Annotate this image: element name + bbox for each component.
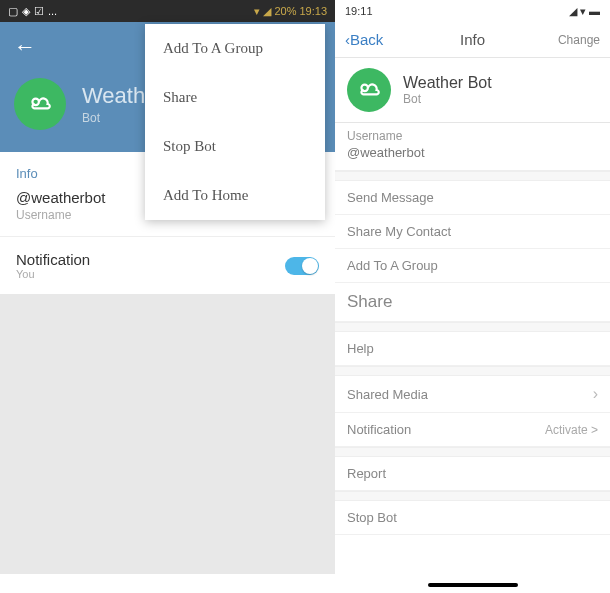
wifi-icon: ▾ xyxy=(254,5,260,18)
more-icon: ... xyxy=(48,5,57,17)
weather-icon xyxy=(356,77,382,103)
checkbox-icon: ☑ xyxy=(34,5,44,18)
notification-row[interactable]: Notification You xyxy=(0,237,335,294)
share-contact-row[interactable]: Share My Contact xyxy=(335,215,610,249)
status-bar: 19:11 ◢ ▾ ▬ xyxy=(335,0,610,22)
back-button[interactable]: ‹ Back xyxy=(345,31,383,48)
image-icon: ▢ xyxy=(8,5,18,18)
telegram-icon: ◈ xyxy=(22,5,30,18)
nav-title: Info xyxy=(460,31,485,48)
username-label: Username xyxy=(347,129,598,143)
notification-value: Activate > xyxy=(545,423,598,437)
ios-screen: 19:11 ◢ ▾ ▬ ‹ Back Info Change Weather B… xyxy=(335,0,610,593)
menu-add-group[interactable]: Add To A Group xyxy=(145,24,325,73)
time-label: 19:13 xyxy=(299,5,327,17)
bot-title: Weath xyxy=(82,83,145,109)
add-group-row[interactable]: Add To A Group xyxy=(335,249,610,283)
help-row[interactable]: Help xyxy=(335,332,610,366)
stop-bot-row[interactable]: Stop Bot xyxy=(335,501,610,535)
battery-icon: ▬ xyxy=(589,5,600,17)
status-bar: ▢ ◈ ☑ ... ▾ ◢ 20% 19:13 xyxy=(0,0,335,22)
time-label: 19:11 xyxy=(345,5,373,17)
wifi-icon: ▾ xyxy=(580,5,586,18)
send-message-row[interactable]: Send Message xyxy=(335,181,610,215)
username-section: Username @weatherbot xyxy=(335,123,610,171)
menu-stop-bot[interactable]: Stop Bot xyxy=(145,122,325,171)
empty-area xyxy=(0,294,335,574)
home-indicator[interactable] xyxy=(428,583,518,587)
shared-media-row[interactable]: Shared Media › xyxy=(335,376,610,413)
menu-share[interactable]: Share xyxy=(145,73,325,122)
notification-toggle[interactable] xyxy=(285,257,319,275)
notification-row[interactable]: Notification Activate > xyxy=(335,413,610,447)
signal-icon: ◢ xyxy=(263,5,271,18)
weather-icon xyxy=(27,91,53,117)
username-value[interactable]: @weatherbot xyxy=(347,145,598,160)
notification-sub: You xyxy=(16,268,90,280)
bot-subtitle: Bot xyxy=(403,92,492,106)
android-screen: ▢ ◈ ☑ ... ▾ ◢ 20% 19:13 ← We xyxy=(0,0,335,593)
nav-bar: ‹ Back Info Change xyxy=(335,22,610,58)
options-menu: Add To A Group Share Stop Bot Add To Hom… xyxy=(145,24,325,220)
battery-label: 20% xyxy=(274,5,296,17)
profile-header: Weather Bot Bot xyxy=(335,58,610,123)
menu-add-home[interactable]: Add To Home xyxy=(145,171,325,220)
share-row[interactable]: Share xyxy=(335,283,610,322)
change-button[interactable]: Change xyxy=(558,33,600,47)
bot-avatar[interactable] xyxy=(347,68,391,112)
bot-avatar[interactable] xyxy=(14,78,66,130)
bot-subtitle: Bot xyxy=(82,111,145,125)
report-row[interactable]: Report xyxy=(335,457,610,491)
notification-label: Notification xyxy=(16,251,90,268)
signal-icon: ◢ xyxy=(569,5,577,18)
bot-title: Weather Bot xyxy=(403,74,492,92)
chevron-right-icon: › xyxy=(593,385,598,403)
